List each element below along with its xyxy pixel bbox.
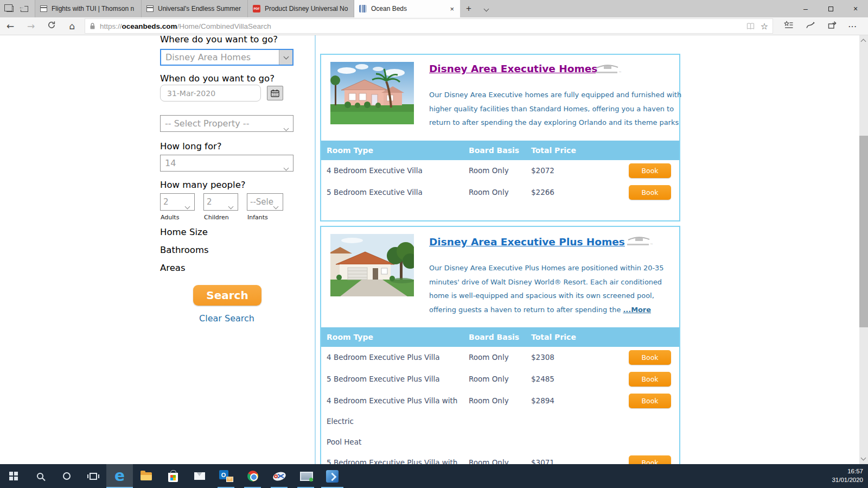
back-button[interactable]: ←	[0, 21, 21, 31]
cortana-icon	[63, 472, 71, 480]
where-label: Where do you want to go?	[160, 35, 278, 45]
minimize-button[interactable]: –	[793, 0, 818, 17]
tab-pdf-product[interactable]: PDF Product Disney Universal No	[247, 0, 354, 17]
forward-button[interactable]: →	[21, 21, 41, 31]
areas-section[interactable]: Areas	[160, 263, 186, 273]
book-button[interactable]: Book	[629, 163, 671, 178]
more-link[interactable]: ...More	[623, 306, 650, 314]
task-view-button[interactable]	[80, 464, 106, 488]
new-tab-button[interactable]: +	[460, 0, 477, 17]
mail-icon	[194, 472, 205, 480]
edge-icon: e	[114, 468, 125, 484]
taskbar-search-button[interactable]	[27, 464, 53, 488]
page-content: Where do you want to go? Disney Area Hom…	[0, 35, 868, 464]
web-note-button[interactable]	[806, 21, 815, 31]
blue-arrow-app-icon	[326, 470, 339, 483]
book-button[interactable]: Book	[629, 350, 671, 365]
sidebar-divider	[315, 35, 316, 464]
taskbar-mail-button[interactable]	[186, 464, 213, 488]
taskbar-clock[interactable]: 16:57 31/01/2020	[832, 464, 868, 488]
window-controls: – ×	[793, 0, 868, 17]
property-title-link[interactable]: Disney Area Executive Homes	[429, 63, 597, 74]
table-row: 4 Bedroom Executive Plus Villa with Elec…	[321, 390, 679, 452]
toolbar-right: ···	[780, 21, 868, 31]
search-button[interactable]: Search	[193, 285, 261, 306]
favorites-hub-button[interactable]	[784, 21, 794, 31]
cortana-button[interactable]	[53, 464, 80, 488]
chevron-down-icon	[274, 200, 278, 211]
book-button[interactable]: Book	[629, 372, 671, 386]
table-row: 4 Bedroom Executive Plus Villa Room Only…	[321, 347, 679, 369]
tab-ocean-beds[interactable]: Ocean Beds ×	[354, 0, 460, 17]
page-icon	[40, 5, 47, 12]
book-button[interactable]: Book	[629, 394, 671, 408]
tab-universal[interactable]: Universal's Endless Summer	[141, 0, 247, 17]
refresh-button[interactable]	[41, 21, 62, 31]
reading-view-button[interactable]	[746, 22, 755, 30]
close-tab-icon[interactable]: ×	[449, 5, 455, 13]
date-input[interactable]: 31-Mar-2020	[160, 85, 261, 102]
book-button[interactable]: Book	[629, 185, 671, 200]
home-button[interactable]: ⌂	[62, 21, 82, 31]
taskbar-remote-desktop-button[interactable]	[292, 464, 319, 488]
search-icon	[37, 473, 43, 479]
children-select[interactable]: 2	[203, 193, 238, 211]
page-icon	[146, 5, 154, 12]
property-title-link[interactable]: Disney Area Executive Plus Homes	[429, 236, 625, 248]
restore-button[interactable]	[818, 0, 843, 17]
property-image[interactable]	[330, 234, 414, 296]
total-price: $3071	[531, 452, 629, 464]
taskbar-chrome-button[interactable]	[239, 464, 266, 488]
destination-select[interactable]: Disney Area Homes	[160, 49, 293, 66]
infants-select[interactable]: --Sele	[247, 193, 283, 211]
page-scrollbar[interactable]	[859, 35, 868, 464]
calendar-button[interactable]	[267, 86, 283, 100]
more-menu-button[interactable]: ···	[848, 22, 857, 30]
taskbar-store-button[interactable]	[159, 464, 186, 488]
microsoft-store-icon	[168, 473, 178, 482]
infants-label: Infants	[247, 214, 268, 221]
total-price: $2072	[531, 160, 629, 181]
taskbar-edge-button[interactable]: e	[106, 464, 133, 488]
column-header: Total Price	[531, 327, 629, 347]
favorite-star-button[interactable]: ☆	[761, 21, 768, 31]
share-button[interactable]	[827, 21, 837, 31]
tab-list-chevron-icon[interactable]	[477, 0, 495, 17]
book-button[interactable]: Book	[629, 455, 671, 464]
taskbar-outlook-button[interactable]: O	[213, 464, 239, 488]
start-button[interactable]	[0, 464, 27, 488]
duration-select[interactable]: 14	[160, 155, 293, 172]
bathrooms-section[interactable]: Bathrooms	[160, 245, 209, 255]
table-header-row: Room Type Board Basis Total Price	[321, 141, 679, 160]
taskbar-snipping-tool-button[interactable]	[266, 464, 292, 488]
adults-select[interactable]: 2	[160, 193, 195, 211]
url-text: https://oceanbeds.com/Home/CombinedVilla…	[100, 22, 741, 30]
property-description: Our Disney Area Executive homes are full…	[429, 88, 725, 130]
scroll-up-icon[interactable]	[861, 40, 865, 43]
tab-flights[interactable]: Flights with TUI | Thomson n	[35, 0, 141, 17]
table-row: 5 Bedroom Executive Plus Villa Room Only…	[321, 369, 679, 390]
scroll-down-icon[interactable]	[861, 456, 865, 460]
tab-preview-icon[interactable]	[7, 6, 14, 12]
set-tabs-aside-icon[interactable]	[21, 6, 28, 12]
chevron-down-icon	[229, 200, 233, 211]
lock-icon	[90, 22, 95, 30]
close-window-button[interactable]: ×	[843, 0, 868, 17]
board-basis: Room Only	[469, 182, 531, 202]
brand-logo-icon: ™	[592, 62, 623, 78]
home-size-section[interactable]: Home Size	[160, 227, 208, 237]
oceanbeds-favicon	[359, 5, 367, 12]
duration-label: How long for?	[160, 141, 222, 151]
table-row: 4 Bedroom Executive Villa Room Only $207…	[321, 160, 679, 182]
address-bar[interactable]: https://oceanbeds.com/Home/CombinedVilla…	[85, 18, 773, 34]
brand-logo-icon: ™	[624, 235, 654, 250]
browser-nav-bar: ← → ⌂ https://oceanbeds.com/Home/Combine…	[0, 17, 868, 35]
property-image[interactable]	[330, 62, 414, 124]
share-icon	[827, 21, 837, 29]
remote-desktop-icon	[300, 472, 312, 481]
taskbar-file-explorer-button[interactable]	[133, 464, 159, 488]
clear-search-link[interactable]: Clear Search	[160, 313, 293, 324]
taskbar-blue-arrow-app-button[interactable]	[319, 464, 346, 488]
property-select[interactable]: -- Select Property --	[160, 115, 293, 132]
scrollbar-thumb[interactable]	[859, 136, 868, 327]
